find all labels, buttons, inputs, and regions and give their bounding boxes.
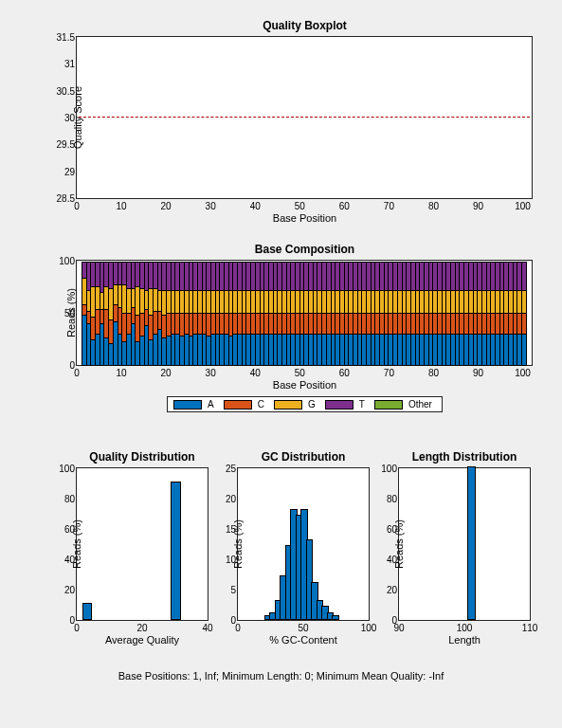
segment-A (411, 335, 415, 365)
stacked-bar (246, 263, 250, 365)
segment-C (385, 314, 389, 335)
stacked-bar (416, 263, 420, 365)
segment-A (136, 342, 139, 365)
segment-T (96, 263, 100, 287)
segment-T (460, 263, 463, 291)
segment-A (278, 335, 281, 365)
gc-distribution-xlabel: % GC-Content (237, 634, 370, 646)
segment-A (114, 322, 118, 365)
segment-G (296, 291, 299, 314)
stacked-bar (314, 263, 317, 365)
segment-T (456, 263, 460, 291)
segment-A (375, 335, 379, 365)
segment-T (514, 263, 517, 291)
segment-G (460, 291, 463, 314)
segment-A (180, 337, 184, 365)
segment-C (322, 314, 326, 335)
tick-label: 40 (250, 201, 261, 211)
tick-label: 20 (161, 368, 172, 378)
tick-label: 5 (217, 585, 236, 595)
tick-label: 31.5 (50, 32, 75, 43)
stacked-bar (274, 263, 278, 365)
segment-C (274, 314, 278, 335)
segment-G (451, 291, 455, 314)
hist-bar (332, 615, 339, 620)
segment-A (140, 337, 144, 365)
stacked-bar (256, 263, 260, 365)
segment-T (185, 263, 189, 291)
segment-T (122, 263, 126, 285)
segment-A (332, 335, 335, 365)
segment-T (145, 263, 149, 291)
base-composition-legend: ACGTOther (167, 396, 443, 412)
tick-label: 31 (50, 59, 75, 69)
stacked-bar (469, 263, 473, 365)
segment-T (291, 263, 295, 291)
segment-C (496, 314, 499, 335)
stacked-bar (309, 263, 313, 365)
stacked-bar (375, 263, 379, 365)
segment-G (372, 291, 375, 314)
segment-T (345, 263, 349, 291)
segment-A (91, 340, 95, 365)
segment-C (246, 314, 250, 335)
tick-label: 10 (116, 201, 126, 211)
legend-label-C: C (258, 399, 264, 410)
segment-G (327, 291, 331, 314)
segment-G (118, 285, 122, 308)
segment-G (491, 291, 495, 314)
segment-C (243, 314, 246, 335)
segment-A (429, 335, 433, 365)
stacked-bar (304, 263, 308, 365)
length-distribution-title: Length Distribution (398, 450, 531, 464)
segment-G (114, 285, 118, 306)
stacked-bar (482, 263, 486, 365)
segment-G (487, 291, 491, 314)
stacked-bar (438, 263, 442, 365)
segment-T (149, 263, 153, 289)
segment-A (487, 335, 491, 365)
segment-A (256, 335, 260, 365)
tick-label: 100 (457, 623, 473, 633)
segment-C (264, 314, 268, 335)
segment-A (389, 335, 392, 365)
segment-A (500, 335, 504, 365)
segment-A (367, 335, 371, 365)
segment-G (425, 291, 428, 314)
segment-C (474, 314, 478, 335)
segment-A (509, 335, 513, 365)
segment-C (82, 305, 86, 316)
tick-label: 80 (56, 494, 75, 504)
tick-label: 30 (206, 201, 216, 211)
stacked-bar (104, 263, 108, 365)
segment-C (456, 314, 460, 335)
segment-C (220, 314, 224, 335)
tick-label: 80 (428, 201, 439, 211)
segment-G (193, 291, 197, 314)
segment-T (367, 263, 371, 291)
segment-G (403, 291, 407, 314)
segment-C (304, 314, 308, 335)
segment-G (496, 291, 499, 314)
segment-T (438, 263, 442, 291)
segment-A (317, 335, 321, 365)
segment-C (451, 314, 455, 335)
segment-T (332, 263, 335, 291)
tick-label: 0 (56, 615, 75, 626)
stacked-bar (491, 263, 495, 365)
segment-T (500, 263, 504, 291)
segment-G (317, 291, 321, 314)
segment-T (354, 263, 357, 291)
segment-G (314, 291, 317, 314)
segment-C (198, 314, 202, 335)
segment-A (478, 335, 481, 365)
segment-G (140, 289, 144, 314)
segment-A (100, 324, 104, 365)
tick-label: 100 (515, 201, 531, 211)
segment-A (190, 337, 193, 365)
segment-T (496, 263, 499, 291)
tick-label: 60 (378, 524, 397, 535)
segment-T (87, 263, 91, 291)
segment-G (517, 291, 521, 314)
segment-A (132, 324, 136, 365)
